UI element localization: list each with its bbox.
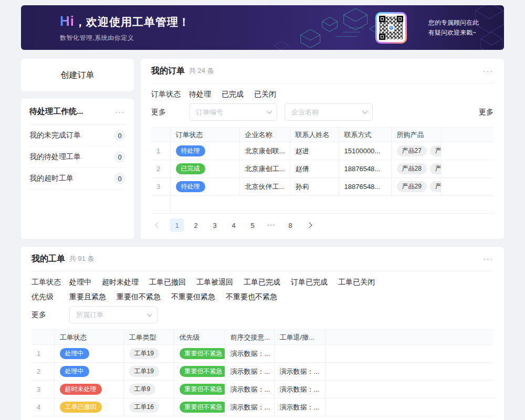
filter-option-processing[interactable]: 处理中	[69, 278, 91, 287]
order-more-filter-row: 更多 订单编号 企业名称 更多	[151, 103, 494, 121]
filter-option-closed[interactable]: 已关闭	[254, 90, 276, 99]
product-tag: 产品27	[397, 145, 427, 156]
filter-option-important-not-urgent[interactable]: 重要但不紧急	[117, 292, 161, 302]
priority-badge: 重要但不紧急	[180, 366, 225, 377]
qr-center-logo-icon	[387, 24, 395, 32]
qr-finder-icon	[397, 16, 403, 22]
qr-finder-icon	[379, 16, 385, 22]
table-row[interactable]: 2 处理中 工单19 重要但不紧急 演示数据：... 演示数据：...	[32, 363, 494, 381]
status-badge: 处理中	[60, 366, 89, 377]
table-row[interactable]: 1 待处理 北京康创联... 赵进 15100000... 产品27产品	[151, 142, 494, 160]
ticket-type-tag: 工单19	[129, 366, 159, 377]
pagination-page-5[interactable]: 5	[246, 218, 259, 232]
ticket-type-tag: 工单19	[129, 348, 159, 359]
count-badge: 0	[114, 173, 125, 184]
order-number-select[interactable]: 订单编号	[189, 103, 277, 121]
pagination-page-4[interactable]: 4	[227, 218, 240, 232]
filter-option-not-important-urgent[interactable]: 不重要但紧急	[171, 292, 215, 302]
pagination-page-2[interactable]: 2	[189, 218, 203, 232]
sidebar: 创建订单 待处理工作统... ··· 我的未完成订单 0 我的待处理工单 0 我…	[21, 59, 134, 239]
table-row[interactable]: 3 超时未处理 工单9 重要但不紧急 演示数据：... 演示数据：...	[32, 381, 494, 398]
status-badge: 待处理	[176, 145, 205, 156]
banner-title: Hi，欢迎使用工单管理！	[60, 13, 190, 29]
filter-option-completed[interactable]: 已完成	[222, 90, 244, 99]
tickets-table-header: 工单状态 工单类型 优先级 前序交接意... 工单退/撤...	[32, 330, 494, 345]
filter-label: 优先级	[32, 292, 61, 302]
chevron-down-icon	[147, 311, 152, 317]
filter-option-pending[interactable]: 待处理	[189, 90, 211, 99]
todo-stats-card: 待处理工作统... ··· 我的未完成订单 0 我的待处理工单 0 我的超时工单…	[21, 99, 134, 239]
priority-badge: 重要但不紧急	[180, 384, 225, 395]
status-badge: 工单已撤回	[60, 402, 102, 413]
product-tag: 产品	[430, 163, 441, 174]
chevron-down-icon	[267, 109, 272, 114]
sidebar-item-overtime-tickets[interactable]: 我的超时工单 0	[29, 168, 125, 190]
table-row[interactable]: 2 已完成 北京康创工... 赵倩 18876548... 产品28产品	[151, 160, 494, 178]
product-tag: 产品28	[397, 163, 427, 174]
priority-filter-row: 优先级 重要且紧急 重要但不紧急 不重要但紧急 不重要也不紧急	[32, 292, 494, 302]
sidebar-item-unfinished-orders[interactable]: 我的未完成订单 0	[29, 125, 125, 146]
pagination: 1 2 3 4 5 ••• 8	[151, 218, 494, 232]
my-tickets-panel: 我的工单 共 91 条 ··· 工单状态 处理中 超时未处理 工单已撤回 工单被…	[21, 247, 504, 420]
filter-option-withdrawn[interactable]: 工单已撤回	[149, 278, 186, 287]
product-tag: 产品	[430, 145, 441, 156]
filter-option-ticket-done[interactable]: 工单已完成	[244, 278, 280, 287]
welcome-banner: Hi，欢迎使用工单管理！ 数智化管理,系统由你定义 您的专属顾问在此 有疑问欢迎…	[21, 5, 504, 50]
ticket-more-filter-row: 更多 所属订单	[32, 306, 494, 323]
table-row[interactable]: 1 处理中 工单19 重要但不紧急 演示数据：...	[32, 345, 494, 363]
more-menu-icon[interactable]: ···	[115, 108, 125, 116]
orders-count: 共 24 条	[189, 66, 214, 76]
create-order-button[interactable]: 创建订单	[21, 59, 134, 91]
orders-table-header: 订单状态 企业名称 联系人姓名 联系方式 所购产品	[151, 128, 494, 142]
pagination-page-1[interactable]: 1	[170, 218, 184, 232]
ticket-type-tag: 工单9	[129, 384, 156, 395]
sidebar-item-pending-tickets[interactable]: 我的待处理工单 0	[29, 146, 125, 168]
pagination-prev-button[interactable]	[151, 218, 165, 232]
qr-caption: 您的专属顾问在此 有疑问欢迎来戳~	[428, 18, 479, 38]
ticket-type-tag: 工单16	[129, 402, 159, 413]
product-tag: 产品	[430, 181, 441, 192]
count-badge: 0	[114, 151, 125, 163]
filter-option-overtime[interactable]: 超时未处理	[102, 278, 139, 287]
status-badge: 待处理	[176, 181, 205, 192]
table-row[interactable]: 3 待处理 北京伙伴工... 孙莉 18876548... 产品29产品	[151, 178, 494, 196]
pagination-ellipsis[interactable]: •••	[265, 218, 278, 232]
banner-greeting: ，欢迎使用工单管理！	[75, 16, 190, 28]
filter-label: 订单状态	[151, 90, 181, 99]
company-name-select[interactable]: 企业名称	[285, 103, 373, 121]
filter-option-not-important-not-urgent[interactable]: 不重要也不紧急	[226, 292, 277, 302]
todo-card-title: 待处理工作统...	[29, 107, 83, 117]
orders-table: 订单状态 企业名称 联系人姓名 联系方式 所购产品 1 待处理 北京康创联...…	[151, 127, 494, 214]
banner-hi: Hi	[60, 13, 75, 29]
filter-option-order-done[interactable]: 订单已完成	[291, 278, 328, 287]
more-menu-icon[interactable]: ···	[483, 67, 494, 75]
chevron-left-icon	[155, 222, 161, 228]
priority-badge: 重要但不紧急	[180, 402, 225, 413]
orders-panel-title: 我的订单	[151, 66, 185, 77]
tickets-table: 工单状态 工单类型 优先级 前序交接意... 工单退/撤... 1 处理中 工单…	[32, 330, 494, 416]
pagination-page-8[interactable]: 8	[284, 218, 297, 232]
priority-badge: 重要但不紧急	[180, 348, 225, 359]
filter-label: 更多	[32, 310, 61, 320]
pagination-page-3[interactable]: 3	[208, 218, 222, 232]
product-tag: 产品29	[397, 181, 427, 192]
chevron-right-icon	[306, 222, 312, 228]
count-badge: 0	[114, 130, 125, 141]
qr-code	[375, 12, 407, 44]
filter-option-important-urgent[interactable]: 重要且紧急	[69, 292, 106, 302]
status-badge: 已完成	[176, 163, 205, 174]
filter-option-returned[interactable]: 工单被退回	[196, 278, 233, 287]
table-row[interactable]: 4 工单已撤回 工单16 重要但不紧急 演示数据：... 演示数据：...	[32, 398, 494, 416]
tickets-panel-title: 我的工单	[32, 254, 65, 265]
status-badge: 超时未处理	[60, 384, 102, 395]
qr-finder-icon	[379, 34, 385, 40]
pagination-next-button[interactable]	[302, 218, 316, 232]
more-menu-icon[interactable]: ···	[483, 255, 494, 262]
filter-option-ticket-closed[interactable]: 工单已关闭	[338, 278, 375, 287]
order-status-filter-row: 订单状态 待处理 已完成 已关闭	[151, 90, 494, 99]
banner-subtitle: 数智化管理,系统由你定义	[60, 34, 190, 43]
my-orders-panel: 我的订单 共 24 条 ··· 订单状态 待处理 已完成 已关闭 更多 订单编号…	[141, 59, 504, 239]
tickets-count: 共 91 条	[69, 254, 94, 264]
parent-order-select[interactable]: 所属订单	[69, 306, 158, 323]
more-link[interactable]: 更多	[479, 108, 494, 117]
